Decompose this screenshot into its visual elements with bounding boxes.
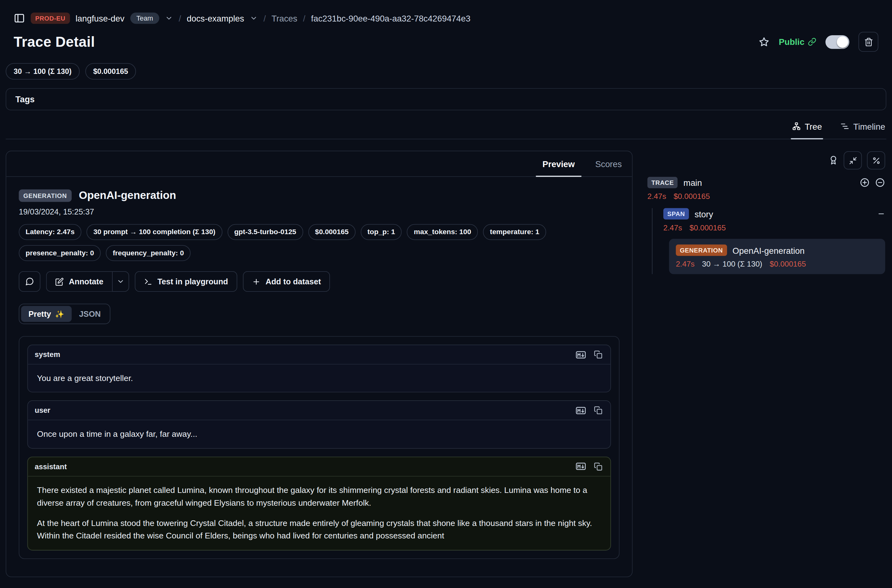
observation-timestamp: 19/03/2024, 15:25:37 [19,207,619,216]
tree-icon [791,122,800,130]
annotate-dropdown-button[interactable] [112,271,129,292]
frequency-penalty-badge: frequency_penalty: 0 [106,245,191,261]
tags-section[interactable]: Tags [6,88,886,110]
sparkles-icon: ✨ [55,310,64,318]
pretty-label: Pretty [29,309,51,318]
add-to-dataset-button[interactable]: Add to dataset [243,271,330,292]
span-metrics: 2.47s $0.000165 [664,224,885,232]
panel-tabs: Preview Scores [6,151,632,177]
comment-icon [25,277,34,286]
header-actions: Public [758,32,878,52]
delete-trace-button[interactable] [858,32,878,52]
message-header: assistant [28,457,610,476]
collapse-icon [848,156,857,165]
minus-icon [877,210,886,218]
format-json-button[interactable]: JSON [72,306,108,322]
sidebar-toggle-button[interactable] [14,12,25,24]
trace-type-badge: TRACE [647,177,678,188]
trace-summary: 30 → 100 (Σ 130) $0.000165 [0,52,892,80]
breadcrumb-project[interactable]: docs-examples [187,14,244,23]
observation-actions: Annotate Test in playground Add to datas… [19,271,619,292]
copy-button[interactable] [593,349,604,360]
test-in-playground-button[interactable]: Test in playground [135,271,237,292]
generation-name: OpenAI-generation [732,245,804,255]
format-pretty-button[interactable]: Pretty ✨ [21,306,71,322]
message-paragraph: Once upon a time in a galaxy far, far aw… [37,428,601,441]
playground-label: Test in playground [158,277,228,286]
copy-button[interactable] [593,405,604,416]
tab-timeline[interactable]: Timeline [839,114,886,139]
copy-icon [594,406,602,415]
message-paragraph: There existed a majestic planet called L… [37,484,601,509]
markdown-toggle-button[interactable] [575,461,587,472]
token-usage-badge: 30 → 100 (Σ 130) [6,63,80,80]
chevron-down-icon [250,14,258,22]
breadcrumb-traces-link[interactable]: Traces [272,14,297,23]
copy-icon [594,350,602,359]
presence-penalty-badge: presence_penalty: 0 [19,245,101,261]
message-tools [575,461,604,472]
message-paragraph: At the heart of Lumina stood the towerin… [37,517,601,543]
span-cost: $0.000165 [689,224,726,232]
org-plan-badge: Team [130,12,159,24]
tab-tree[interactable]: Tree [791,114,823,139]
annotate-button[interactable]: Annotate [46,271,112,292]
circle-plus-icon [860,177,870,188]
public-link[interactable]: Public [779,37,816,47]
chevron-down-icon [116,278,125,286]
add-to-dataset-label: Add to dataset [266,277,321,286]
link-icon [808,38,816,46]
tab-scores[interactable]: Scores [585,151,632,176]
observation-detail-card: Preview Scores GENERATION OpenAI-generat… [6,151,632,577]
observation-name: OpenAI-generation [79,189,176,202]
comments-button[interactable] [19,271,40,292]
collapse-tree-button[interactable] [875,177,885,188]
bookmark-star-button[interactable] [758,36,769,47]
message-header: system [28,345,610,364]
token-usage-badge: 30 prompt → 100 completion (Σ 130) [87,224,222,240]
message-content: Once upon a time in a galaxy far, far aw… [28,421,610,448]
tab-tree-label: Tree [805,121,822,131]
message-role: system [35,350,60,359]
generation-latency: 2.47s [676,260,695,268]
markdown-toggle-button[interactable] [575,405,587,416]
markdown-icon [576,463,586,471]
collapse-all-button[interactable] [844,151,862,169]
tree-controls [647,151,885,170]
markdown-toggle-button[interactable] [575,350,587,360]
trace-children: SPAN story 2.47s $0.000165 GENERATION [652,208,885,274]
tree-node-span[interactable]: SPAN story [664,208,885,219]
generation-metrics: 2.47s 30 → 100 (Σ 130) $0.000165 [676,260,878,268]
message-card-user: user Once upon a time in [27,400,611,448]
expand-all-button[interactable] [860,177,870,188]
toggle-knob [837,36,848,47]
star-icon [758,36,769,47]
tree-node-generation-selected[interactable]: GENERATION OpenAI-generation 2.47s 30 → … [669,239,885,274]
annotation-queue-button[interactable] [828,155,839,165]
span-name: story [695,209,713,219]
public-toggle[interactable] [826,35,850,49]
environment-badge: PROD-EU [30,12,70,24]
percent-icon [872,156,880,165]
public-label: Public [779,37,804,47]
latency-badge: Latency: 2.47s [19,224,81,240]
annotate-split-button: Annotate [46,271,129,292]
markdown-icon [576,406,586,415]
tab-preview[interactable]: Preview [532,151,585,176]
top-p-badge: top_p: 1 [360,224,402,240]
format-toggle: Pretty ✨ JSON [19,304,110,324]
message-role: user [35,406,50,415]
markdown-icon [576,350,586,358]
breadcrumb: PROD-EU langfuse-dev Team / docs-example… [0,0,892,26]
tree-node-trace[interactable]: TRACE main [647,177,885,188]
breadcrumb-org[interactable]: langfuse-dev [75,14,125,23]
collapse-span-button[interactable] [877,210,886,218]
message-tools [575,405,604,416]
trace-tree-panel: TRACE main 2.47s $0.000165 [647,151,885,274]
org-switcher[interactable] [165,14,173,22]
page-header: Trace Detail Public [0,26,892,52]
trace-metrics: 2.47s $0.000165 [647,192,885,201]
show-metrics-button[interactable] [867,151,885,169]
project-switcher[interactable] [250,14,258,22]
copy-button[interactable] [593,461,604,472]
